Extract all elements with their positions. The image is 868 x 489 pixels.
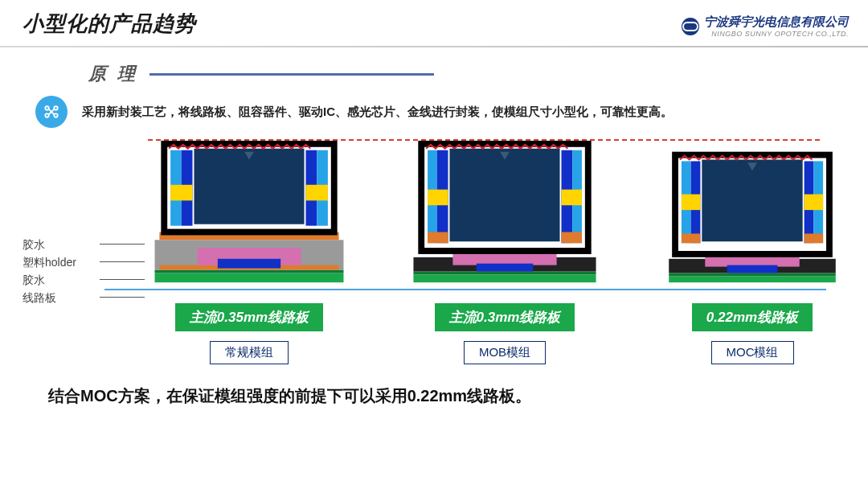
leader-line	[100, 261, 145, 262]
svg-rect-36	[669, 276, 836, 282]
brand-cn: 宁波舜宇光电信息有限公司	[704, 14, 849, 30]
brand-block: 宁波舜宇光电信息有限公司 NINGBO SUNNY OPOTECH CO.,LT…	[682, 14, 849, 38]
svg-rect-4	[155, 273, 344, 282]
label-glue-1: 胶水	[23, 236, 76, 253]
leader-line	[100, 297, 145, 298]
svg-rect-49	[805, 195, 823, 211]
svg-rect-33	[561, 190, 581, 206]
svg-rect-51	[805, 233, 823, 243]
svg-rect-26	[449, 149, 559, 242]
titlebar: 小型化的产品趋势 宁波舜宇光电信息有限公司 NINGBO SUNNY OPOTE…	[0, 0, 868, 41]
slide: 小型化的产品趋势 宁波舜宇光电信息有限公司 NINGBO SUNNY OPOTE…	[0, 0, 868, 489]
label-holder: 塑料holder	[23, 253, 76, 271]
label-glue-2: 胶水	[23, 271, 76, 289]
leader-line	[100, 244, 145, 244]
description-text: 采用新封装工艺，将线路板、阻容器件、驱动IC、感光芯片、金线进行封装，使模组尺寸…	[82, 105, 673, 120]
divider	[0, 46, 868, 47]
brand-en: NINGBO SUNNY OPOTECH CO.,LTD.	[704, 30, 849, 38]
svg-rect-18	[170, 185, 192, 201]
module-band: 主流0.3mm线路板	[435, 303, 575, 331]
conclusion-text: 结合MOC方案，在保证模组强度的前提下可以采用0.22mm线路板。	[48, 385, 868, 407]
module-band: 主流0.35mm线路板	[175, 303, 323, 331]
section-header: 原 理	[0, 62, 868, 86]
svg-rect-42	[702, 159, 802, 241]
svg-rect-37	[669, 273, 836, 276]
svg-rect-32	[428, 190, 448, 206]
section-label: 原 理	[88, 62, 138, 86]
side-labels: 胶水 塑料holder 胶水 线路板	[23, 236, 76, 306]
module-drawing-moc	[656, 139, 849, 289]
svg-rect-48	[682, 195, 700, 211]
svg-rect-35	[561, 232, 581, 244]
module-band: 0.22mm线路板	[692, 303, 813, 331]
module-row: 主流0.35mm线路板 常规模组	[145, 139, 836, 364]
svg-rect-24	[477, 264, 533, 272]
module-drawing-conventional	[145, 139, 354, 289]
svg-rect-20	[413, 274, 596, 282]
svg-rect-10	[218, 259, 280, 269]
principle-icon	[35, 96, 68, 128]
svg-rect-12	[194, 149, 304, 224]
svg-rect-50	[682, 233, 700, 243]
label-pcb: 线路板	[23, 289, 76, 306]
svg-rect-19	[305, 185, 327, 201]
module-drawing-mob	[400, 139, 609, 289]
module-moc: 0.22mm线路板 MOC模组	[656, 139, 849, 364]
module-tag: 常规模组	[210, 341, 289, 364]
module-tag: MOC模组	[711, 341, 794, 364]
leader-line	[100, 279, 145, 280]
module-mob: 主流0.3mm线路板 MOB模组	[400, 139, 609, 364]
module-tag: MOB模组	[464, 341, 546, 364]
figure-area: 胶水 塑料holder 胶水 线路板	[0, 139, 868, 364]
section-underline	[149, 73, 434, 76]
page-title: 小型化的产品趋势	[23, 10, 196, 38]
module-conventional: 主流0.35mm线路板 常规模组	[145, 139, 354, 364]
brand-logo-icon	[682, 18, 699, 35]
description-row: 采用新封装工艺，将线路板、阻容器件、驱动IC、感光芯片、金线进行封装，使模组尺寸…	[35, 96, 868, 128]
svg-rect-34	[428, 232, 448, 244]
svg-rect-21	[413, 271, 596, 274]
svg-rect-40	[727, 265, 778, 273]
svg-rect-5	[155, 270, 344, 273]
